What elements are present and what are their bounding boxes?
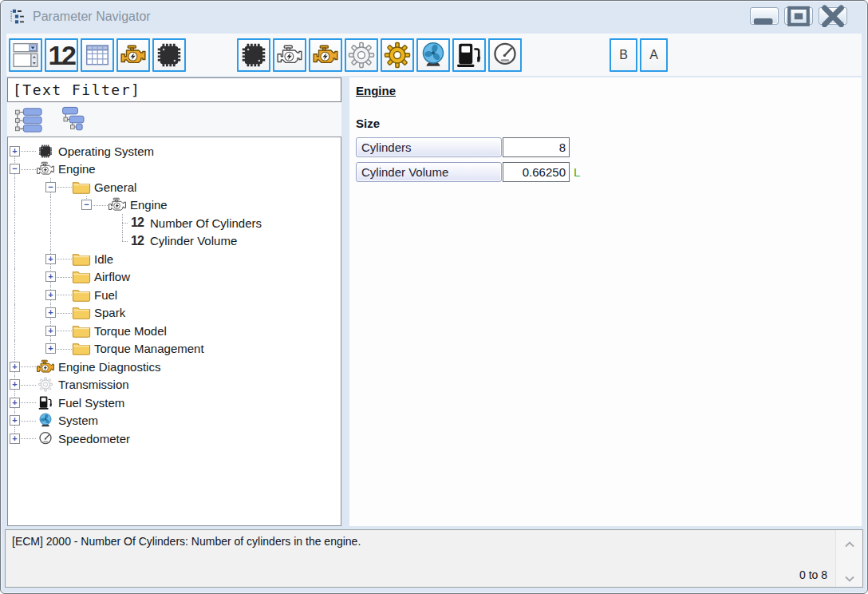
engine-outline-icon <box>36 161 55 176</box>
fuel-pump-icon <box>36 395 55 410</box>
expand-icon[interactable]: + <box>45 307 56 318</box>
expand-icon[interactable]: + <box>10 415 20 426</box>
table-icon <box>84 42 111 69</box>
tree-item[interactable]: +Spark <box>9 304 341 323</box>
tree-item-label[interactable]: System <box>55 414 98 427</box>
tree-item[interactable]: −Engine <box>9 160 341 179</box>
close-button[interactable] <box>819 7 847 25</box>
tree-item-label[interactable]: Engine <box>127 198 168 212</box>
minimize-button[interactable] <box>750 7 779 25</box>
tree-item-label[interactable]: Cylinder Volume <box>147 234 237 248</box>
tree-item-label[interactable]: Torque Model <box>91 324 167 338</box>
ecu-filter-button[interactable] <box>152 38 186 72</box>
tree-item[interactable]: −General <box>9 178 341 196</box>
transmission-module-button[interactable] <box>345 38 378 72</box>
expand-icon[interactable]: + <box>10 434 20 444</box>
cylinders-value-field[interactable]: 8 <box>503 137 570 157</box>
tree-item[interactable]: +Fuel <box>9 286 341 304</box>
gear-gold-icon <box>384 42 411 69</box>
tree-item-label[interactable]: Fuel <box>91 288 117 302</box>
speedometer-module-button[interactable] <box>488 38 522 72</box>
minimize-icon <box>751 5 778 28</box>
tree-item[interactable]: +Torque Model <box>9 322 341 340</box>
hierarchy-view-button[interactable] <box>53 105 88 135</box>
folder-icon <box>72 269 91 284</box>
chip-icon <box>240 42 267 69</box>
tree-flat-icon <box>13 106 45 133</box>
tree-item[interactable]: +Transmission <box>9 376 341 394</box>
tree-item[interactable]: +Engine Diagnostics <box>9 358 341 376</box>
engine-gold-icon <box>312 42 339 69</box>
combo-list-icon <box>12 42 39 69</box>
collapse-icon[interactable]: − <box>81 200 92 210</box>
param-row: Cylinders 8 <box>356 137 862 157</box>
table-view-button[interactable] <box>81 38 114 72</box>
tree-item-label[interactable]: Engine <box>55 162 96 176</box>
fan-icon <box>420 42 447 69</box>
flat-view-button[interactable] <box>11 105 46 135</box>
fan-icon <box>36 413 55 428</box>
tree-item-label[interactable]: Speedometer <box>55 432 130 446</box>
fuel-pump-icon <box>456 42 483 69</box>
tree-item-label[interactable]: Operating System <box>55 145 154 158</box>
engine-gold-icon <box>120 42 147 69</box>
titlebar: Parameter Navigator <box>1 1 867 33</box>
expand-icon[interactable]: + <box>10 379 20 390</box>
tree-item-label[interactable]: Spark <box>91 306 125 319</box>
tree-item-label[interactable]: Fuel System <box>55 396 124 410</box>
tree-item[interactable]: +Fuel System <box>9 394 341 412</box>
expand-icon[interactable]: + <box>10 362 20 372</box>
window: Parameter Navigator 12BA +Operating Syst… <box>0 0 868 594</box>
tree-item-label[interactable]: Engine Diagnostics <box>55 360 160 374</box>
tree-item[interactable]: 12Cylinder Volume <box>9 232 341 251</box>
tree-item-label[interactable]: Airflow <box>91 270 130 283</box>
b-button[interactable]: B <box>610 38 637 72</box>
expand-icon[interactable]: + <box>45 326 56 336</box>
maximize-icon <box>785 5 812 28</box>
folder-icon <box>72 251 91 267</box>
tree-item[interactable]: +System <box>9 412 341 430</box>
tree-item[interactable]: +Operating System <box>9 142 341 160</box>
system-module-button[interactable] <box>416 38 450 72</box>
fuel-system-module-button[interactable] <box>452 38 486 72</box>
statusbar: [ECM] 2000 - Number Of Cylinders: Number… <box>5 529 863 588</box>
collapse-icon[interactable]: − <box>10 164 20 174</box>
tree-item-label[interactable]: Transmission <box>55 378 129 391</box>
expand-icon[interactable]: + <box>45 343 56 354</box>
scroll-up-icon[interactable] <box>843 537 855 545</box>
tree-item-label[interactable]: Torque Management <box>91 342 204 355</box>
cylinder-volume-label-button[interactable]: Cylinder Volume <box>356 162 502 182</box>
scroll-down-icon[interactable] <box>843 572 855 580</box>
operating-system-module-button[interactable] <box>237 38 270 72</box>
tree-item[interactable]: +Idle <box>9 250 341 268</box>
cylinders-label-button[interactable]: Cylinders <box>356 137 502 157</box>
a-button[interactable]: A <box>640 38 668 72</box>
tree-item[interactable]: +Airflow <box>9 268 341 287</box>
tree-item-label[interactable]: Idle <box>91 252 113 266</box>
tree-item[interactable]: +Speedometer <box>9 430 341 448</box>
expand-icon[interactable]: + <box>45 290 56 300</box>
engine-diagnostics-module-button[interactable] <box>309 38 342 72</box>
parameter-list-button[interactable] <box>9 38 42 72</box>
cylinder-volume-value-field[interactable]: 0.66250 <box>503 162 570 182</box>
maximize-button[interactable] <box>784 7 813 25</box>
param-rows: Cylinders 8 Cylinder Volume 0.66250 L <box>356 137 862 182</box>
detail-panel: Engine Size Cylinders 8 Cylinder Volume … <box>349 77 862 526</box>
tree-item-label[interactable]: Number Of Cylinders <box>147 216 262 230</box>
transmission-diagnostics-module-button[interactable] <box>381 38 414 72</box>
tree-item[interactable]: −Engine <box>9 196 341 215</box>
text-filter-input[interactable] <box>7 77 341 102</box>
close-icon <box>819 5 846 28</box>
expand-icon[interactable]: + <box>45 254 56 264</box>
expand-icon[interactable]: + <box>10 398 20 408</box>
expand-icon[interactable]: + <box>10 146 20 156</box>
engine-module-button[interactable] <box>273 38 306 72</box>
status-scrollbar[interactable] <box>835 530 862 587</box>
collapse-icon[interactable]: − <box>45 182 56 192</box>
tree-item[interactable]: +Torque Management <box>9 340 341 358</box>
value-display-button[interactable]: 12 <box>45 38 78 72</box>
engine-filter-button[interactable] <box>116 38 150 72</box>
tree-item[interactable]: 12Number Of Cylinders <box>9 214 341 232</box>
tree-item-label[interactable]: General <box>91 180 136 194</box>
expand-icon[interactable]: + <box>45 271 56 282</box>
